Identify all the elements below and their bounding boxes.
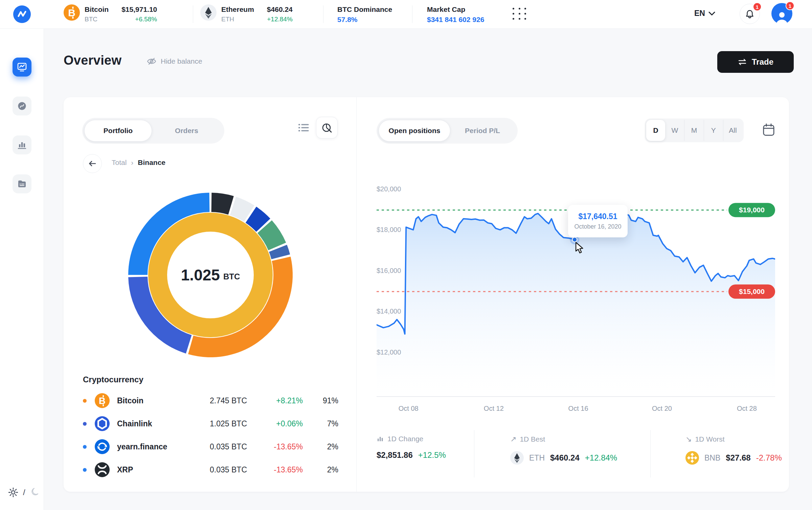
breadcrumb-total[interactable]: Total: [112, 158, 127, 167]
stat-label: 1D Worst: [695, 435, 724, 443]
top-bar: B Bitcoin BTC $15,971.10 +6.58% Ethereum…: [0, 0, 812, 29]
app-logo-icon[interactable]: [13, 5, 31, 23]
tab-open-positions[interactable]: Open positions: [379, 120, 450, 142]
stat-1d-best: ↗ 1D Best ETH $460.24 +12.84%: [474, 430, 650, 477]
crypto-list: B Bitcoin 2.745 BTC +8.21% 91% Chainlink…: [83, 389, 338, 481]
svg-text:B: B: [68, 7, 75, 18]
arrow-up-right-icon: ↗: [510, 435, 516, 444]
language-label: EN: [694, 9, 705, 18]
bell-icon: [744, 8, 755, 19]
asset-row-bitcoin[interactable]: B Bitcoin 2.745 BTC +8.21% 91%: [83, 389, 338, 412]
asset-row-yearn-finance[interactable]: yearn.finance 0.035 BTC -13.65% 2%: [83, 435, 338, 458]
bar-chart-icon: [17, 140, 27, 150]
stat-label: 1D Change: [387, 435, 423, 443]
asset-share: 2%: [303, 465, 338, 474]
breadcrumb-current: Binance: [138, 158, 165, 167]
dashboard-chart-icon: [17, 62, 27, 72]
svg-text:$15,000: $15,000: [739, 288, 765, 295]
crypto-list-title: Cryptocurrency: [83, 375, 143, 384]
svg-text:B: B: [99, 396, 106, 406]
trade-button[interactable]: Trade: [717, 51, 794, 73]
sun-icon[interactable]: [7, 487, 19, 498]
legend-dot: [83, 399, 87, 403]
allocation-donut-chart[interactable]: [128, 193, 293, 357]
tab-portfolio[interactable]: Portfolio: [84, 120, 152, 142]
x-tick: Oct 20: [652, 405, 672, 412]
bnb-icon: [685, 451, 699, 465]
ticker-bitcoin[interactable]: B Bitcoin BTC $15,971.10 +6.58%: [64, 4, 157, 24]
daily-stats: 1D Change $2,851.86 +12.5% ↗ 1D Best: [357, 430, 789, 477]
positions-tabs: Open positions Period P/L: [377, 118, 518, 144]
x-tick: Oct 16: [568, 405, 588, 412]
notifications-button[interactable]: 1: [740, 4, 760, 24]
x-tick: Oct 08: [399, 405, 419, 412]
profile-avatar[interactable]: 1: [771, 3, 792, 24]
range-year[interactable]: Y: [704, 120, 723, 141]
profile-badge: 1: [786, 1, 794, 10]
arrow-left-icon: [87, 158, 97, 169]
asset-change: +0.06%: [247, 419, 303, 428]
market-cap-label: Market Cap: [427, 4, 484, 15]
stat-value: $2,851.86: [377, 450, 413, 460]
x-tick: Oct 28: [737, 405, 757, 412]
tab-orders[interactable]: Orders: [152, 120, 221, 142]
language-selector[interactable]: EN: [694, 9, 715, 18]
market-cap: Market Cap $341 841 602 926: [427, 4, 484, 25]
asset-row-xrp[interactable]: XRP 0.035 BTC -13.65% 2%: [83, 458, 338, 481]
pie-chart-icon: [321, 122, 333, 133]
calendar-button[interactable]: [762, 123, 775, 138]
ticker-change: +6.58%: [121, 15, 157, 24]
sidebar-item-analytics[interactable]: [13, 135, 31, 154]
y-tick: $20,000: [377, 185, 401, 193]
pie-view-button[interactable]: [316, 117, 338, 139]
tab-period-pl[interactable]: Period P/L: [450, 120, 515, 142]
range-month[interactable]: M: [684, 120, 703, 141]
ticker-ethereum[interactable]: Ethereum ETH $460.24 +12.84%: [200, 4, 293, 24]
sidebar-item-overview[interactable]: [13, 58, 31, 77]
ticker-change: +12.84%: [267, 15, 293, 24]
legend-dot: [83, 445, 87, 449]
ticker-coin-name: Ethereum: [221, 4, 254, 15]
moon-icon[interactable]: [29, 487, 41, 498]
asset-amount: 0.035 BTC: [188, 442, 247, 451]
trade-label: Trade: [752, 57, 773, 67]
sidebar-item-coins[interactable]: [13, 97, 31, 115]
portfolio-tabs: Portfolio Orders: [82, 118, 224, 144]
range-all[interactable]: All: [723, 120, 742, 141]
sidebar-item-transactions[interactable]: [13, 174, 31, 193]
stat-value: $27.68: [726, 453, 750, 463]
hide-balance-button[interactable]: Hide balance: [146, 57, 202, 66]
list-view-icon[interactable]: [297, 122, 310, 133]
positions-line-chart[interactable]: $19,000$15,000 $20,000$18,000$16,000$14,…: [377, 185, 775, 422]
apps-grid-icon[interactable]: [513, 8, 528, 21]
positions-panel: Open positions Period P/L D W M Y All: [356, 97, 789, 492]
asset-amount: 1.025 BTC: [188, 419, 247, 428]
main-content: Overview Hide balance Trade Portfolio Or…: [44, 29, 812, 510]
y-tick: $14,000: [377, 307, 401, 315]
stat-value: $460.24: [550, 453, 580, 463]
breadcrumb: Total › Binance: [112, 158, 165, 167]
header-divider: [412, 5, 412, 23]
stat-change: -2.78%: [756, 453, 782, 463]
theme-toggle: /: [7, 487, 41, 498]
stat-1d-worst: ↘ 1D Worst: [650, 430, 789, 477]
legend-dot: [83, 468, 87, 472]
y-tick: $18,000: [377, 226, 401, 234]
stat-coin: ETH: [529, 453, 545, 463]
btc-dominance-label: BTC Dominance: [337, 4, 392, 15]
notifications-badge: 1: [753, 2, 762, 11]
header-divider: [323, 5, 323, 23]
stat-coin: BNB: [704, 453, 720, 463]
asset-amount: 0.035 BTC: [188, 465, 247, 474]
asset-change: -13.65%: [247, 442, 303, 451]
sidebar: /: [0, 29, 44, 510]
stat-change: +12.84%: [585, 453, 617, 463]
range-day[interactable]: D: [646, 120, 665, 141]
x-tick: Oct 12: [484, 405, 504, 412]
ticker-coin-symbol: BTC: [85, 15, 109, 24]
asset-name: Chainlink: [117, 419, 188, 428]
page-title: Overview: [64, 53, 121, 68]
range-week[interactable]: W: [665, 120, 684, 141]
back-button[interactable]: [83, 154, 102, 173]
asset-row-chainlink[interactable]: Chainlink 1.025 BTC +0.06% 7%: [83, 412, 338, 435]
